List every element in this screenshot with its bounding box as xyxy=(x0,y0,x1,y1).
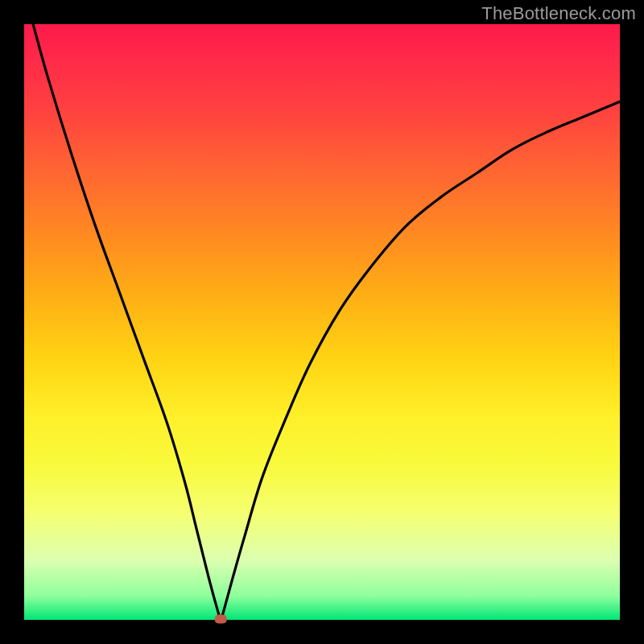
bottleneck-curve xyxy=(33,24,620,620)
chart-frame: TheBottleneck.com xyxy=(0,0,644,644)
plot-area xyxy=(24,24,620,620)
chart-svg xyxy=(24,24,620,620)
min-marker xyxy=(215,615,226,623)
watermark-text: TheBottleneck.com xyxy=(481,3,636,24)
